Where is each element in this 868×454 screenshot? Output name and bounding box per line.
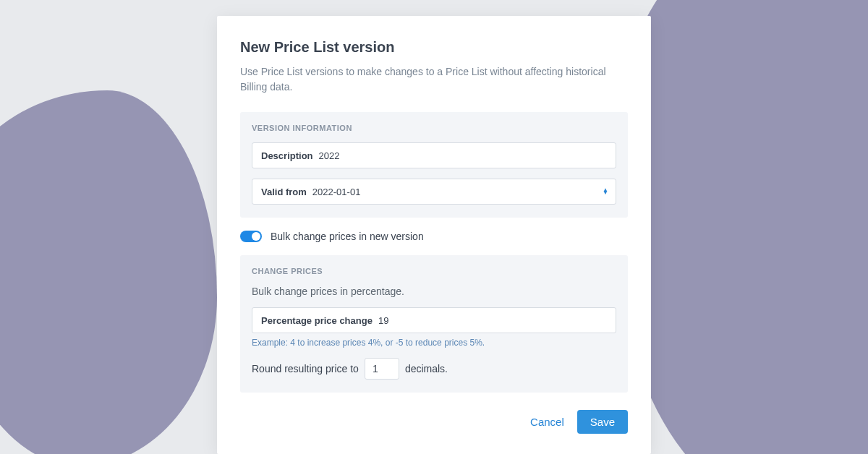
cancel-button[interactable]: Cancel	[530, 416, 564, 428]
round-suffix-text: decimals.	[405, 363, 448, 374]
background-shape-left	[0, 90, 217, 454]
description-input[interactable]	[319, 150, 607, 161]
bulk-change-toggle[interactable]	[240, 231, 262, 242]
valid-from-label: Valid from	[261, 187, 307, 197]
percentage-change-label: Percentage price change	[261, 315, 373, 326]
version-information-heading: VERSION INFORMATION	[252, 124, 616, 132]
change-prices-description: Bulk change prices in percentage.	[252, 286, 616, 297]
round-prefix-text: Round resulting price to	[252, 363, 359, 374]
version-information-section: VERSION INFORMATION Description Valid fr…	[240, 112, 628, 218]
bulk-change-toggle-label: Bulk change prices in new version	[271, 231, 424, 242]
modal-subtitle: Use Price List versions to make changes …	[240, 64, 628, 95]
modal-actions: Cancel Save	[240, 410, 628, 434]
select-caret-icon: ▲▼	[603, 189, 608, 194]
percentage-change-input[interactable]	[378, 315, 607, 326]
percentage-change-hint: Example: 4 to increase prices 4%, or -5 …	[252, 338, 616, 348]
valid-from-field[interactable]: Valid from 2022-01-01 ▲▼	[252, 179, 616, 205]
bulk-change-toggle-row: Bulk change prices in new version	[240, 231, 628, 242]
toggle-knob	[252, 232, 260, 241]
save-button[interactable]: Save	[577, 410, 628, 434]
change-prices-section: CHANGE PRICES Bulk change prices in perc…	[240, 255, 628, 393]
round-decimals-input[interactable]	[365, 358, 399, 380]
round-decimals-row: Round resulting price to decimals.	[252, 358, 616, 380]
description-label: Description	[261, 150, 313, 161]
description-field[interactable]: Description	[252, 142, 616, 168]
new-price-list-version-modal: New Price List version Use Price List ve…	[217, 16, 651, 454]
percentage-change-field[interactable]: Percentage price change	[252, 307, 616, 333]
modal-title: New Price List version	[240, 39, 628, 56]
change-prices-heading: CHANGE PRICES	[252, 267, 616, 275]
valid-from-value: 2022-01-01	[312, 187, 607, 197]
